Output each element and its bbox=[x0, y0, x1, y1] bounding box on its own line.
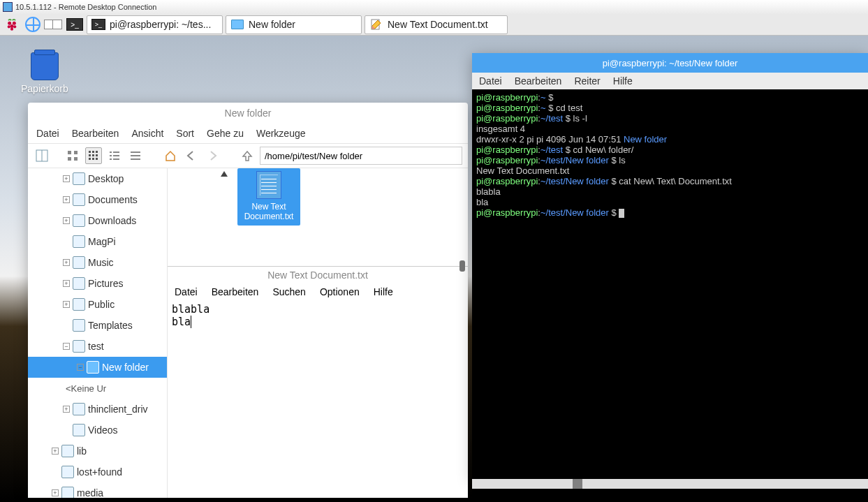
tree-item[interactable]: Videos bbox=[28, 420, 167, 441]
tree-label: New folder bbox=[102, 362, 149, 373]
fm-menu-bearbeiten[interactable]: Bearbeiten bbox=[72, 128, 119, 139]
terminal-output[interactable]: pi@raspberrypi:~ $pi@raspberrypi:~ $ cd … bbox=[472, 89, 868, 479]
spacer bbox=[52, 468, 59, 475]
tree-label: Videos bbox=[88, 425, 118, 436]
terminal-menu-hilfe[interactable]: Hilfe bbox=[613, 75, 633, 87]
file-item[interactable]: New Text Document.txt bbox=[237, 168, 300, 226]
editor-menu-optionen[interactable]: Optionen bbox=[320, 286, 360, 297]
editor-menu-datei[interactable]: Datei bbox=[175, 286, 198, 297]
terminal-menubar: DateiBearbeitenReiterHilfe bbox=[472, 73, 868, 89]
tree-label: Pictures bbox=[88, 278, 124, 289]
tree-item[interactable]: Documents bbox=[28, 189, 167, 210]
view-icons-button[interactable] bbox=[64, 147, 81, 164]
expand-icon[interactable] bbox=[63, 259, 70, 266]
home-button[interactable] bbox=[162, 147, 179, 164]
tree-item[interactable]: Pictures bbox=[28, 273, 167, 294]
editor-menu-hilfe[interactable]: Hilfe bbox=[374, 286, 393, 297]
tree-item[interactable]: Desktop bbox=[28, 168, 167, 189]
folder-icon bbox=[73, 193, 85, 206]
expand-icon[interactable] bbox=[63, 217, 70, 224]
taskbar-label: New Text Document.txt bbox=[388, 19, 488, 30]
terminal-menu-reiter[interactable]: Reiter bbox=[574, 75, 600, 87]
forward-button[interactable] bbox=[204, 147, 221, 164]
tree-label: test bbox=[88, 341, 104, 352]
tree-item[interactable]: Templates bbox=[28, 315, 167, 336]
text-editor-title[interactable]: New Text Document.txt bbox=[168, 267, 468, 283]
expand-icon[interactable] bbox=[63, 196, 70, 203]
folder-icon bbox=[73, 298, 85, 311]
tree-item[interactable]: Music bbox=[28, 252, 167, 273]
svg-point-1 bbox=[13, 22, 16, 25]
taskbar-item-filemanager[interactable]: New folder bbox=[226, 15, 362, 34]
tree-item[interactable]: test bbox=[28, 336, 167, 357]
back-button[interactable] bbox=[183, 147, 200, 164]
desktop-trash[interactable]: Papierkorb bbox=[21, 52, 68, 94]
tree-item[interactable]: Public bbox=[28, 294, 167, 315]
terminal-title[interactable]: pi@raspberrypi: ~/test/New folder bbox=[472, 53, 868, 73]
fm-menu-ansicht[interactable]: Ansicht bbox=[131, 128, 163, 139]
window-edge bbox=[472, 489, 696, 502]
fm-menu-datei[interactable]: Datei bbox=[36, 128, 59, 139]
scroll-up-icon[interactable] bbox=[221, 171, 228, 177]
folder-icon bbox=[73, 340, 85, 353]
tree-item[interactable]: lib bbox=[28, 441, 167, 462]
folder-icon bbox=[73, 235, 85, 248]
svg-rect-26 bbox=[110, 158, 112, 160]
svg-rect-16 bbox=[89, 154, 91, 156]
taskbar-item-editor[interactable]: New Text Document.txt bbox=[365, 15, 508, 34]
text-editor-window: New Text Document.txt DateiBearbeitenSuc… bbox=[168, 266, 468, 498]
svg-rect-21 bbox=[96, 158, 98, 160]
browser-launcher[interactable] bbox=[24, 15, 42, 34]
filemanager-launcher[interactable] bbox=[45, 15, 63, 34]
terminal-menu-datei[interactable]: Datei bbox=[479, 75, 502, 87]
horizontal-scrollbar[interactable] bbox=[472, 479, 868, 489]
expand-icon[interactable] bbox=[63, 301, 70, 308]
expand-icon[interactable] bbox=[63, 406, 70, 413]
tree-label: MagPi bbox=[88, 236, 116, 247]
spacer bbox=[63, 322, 70, 329]
tree-item[interactable]: thinclient_driv bbox=[28, 399, 167, 420]
view-compact-button[interactable] bbox=[106, 147, 123, 164]
fm-menu-sort[interactable]: Sort bbox=[176, 128, 194, 139]
tree-item[interactable]: Downloads bbox=[28, 210, 167, 231]
tree-item[interactable]: MagPi bbox=[28, 231, 167, 252]
expand-icon[interactable] bbox=[63, 280, 70, 287]
expand-icon[interactable] bbox=[52, 448, 59, 455]
path-input[interactable] bbox=[260, 147, 462, 165]
svg-point-4 bbox=[13, 25, 16, 28]
menu-launcher[interactable] bbox=[3, 15, 21, 34]
fm-menu-gehe zu[interactable]: Gehe zu bbox=[207, 128, 244, 139]
editor-menu-bearbeiten[interactable]: Bearbeiten bbox=[212, 286, 259, 297]
collapse-icon[interactable] bbox=[63, 343, 70, 350]
svg-rect-17 bbox=[92, 154, 94, 156]
tree-item[interactable]: media bbox=[28, 482, 167, 498]
svg-point-5 bbox=[10, 28, 13, 31]
expand-icon[interactable] bbox=[63, 175, 70, 182]
tree-item[interactable]: lost+found bbox=[28, 462, 167, 482]
svg-rect-14 bbox=[92, 151, 94, 153]
terminal-line: bla bbox=[476, 197, 864, 207]
file-view[interactable]: New Text Document.txt bbox=[168, 168, 468, 266]
terminal-line: pi@raspberrypi:~/test/New folder $ ls bbox=[476, 155, 864, 165]
scrollbar-thumb[interactable] bbox=[459, 260, 465, 272]
terminal-menu-bearbeiten[interactable]: Bearbeiten bbox=[515, 75, 562, 87]
text-editor-content[interactable]: blabla bla bbox=[168, 300, 468, 498]
tree-item[interactable]: New folder bbox=[28, 357, 167, 378]
view-list-button[interactable] bbox=[127, 147, 144, 164]
up-button[interactable] bbox=[239, 147, 256, 164]
taskbar-item-terminal[interactable]: >_ pi@raspberrypi: ~/tes... bbox=[87, 15, 223, 34]
folder-tree[interactable]: DesktopDocumentsDownloadsMagPiMusicPictu… bbox=[28, 168, 168, 498]
filemanager-title[interactable]: New folder bbox=[28, 103, 468, 124]
view-grid-button[interactable] bbox=[85, 147, 102, 164]
terminal-launcher[interactable]: >_ bbox=[66, 15, 84, 34]
editor-menu-suchen[interactable]: Suchen bbox=[272, 286, 305, 297]
fm-menu-werkzeuge[interactable]: Werkzeuge bbox=[256, 128, 306, 139]
svg-rect-22 bbox=[110, 152, 112, 153]
text-document-icon bbox=[256, 171, 281, 199]
view-dualpane-button[interactable] bbox=[34, 147, 50, 164]
spacer bbox=[63, 427, 70, 434]
tree-item[interactable]: <Keine Ur bbox=[28, 378, 167, 399]
expand-icon[interactable] bbox=[52, 489, 59, 496]
collapse-icon[interactable] bbox=[77, 364, 84, 371]
scrollbar-thumb[interactable] bbox=[573, 479, 582, 489]
